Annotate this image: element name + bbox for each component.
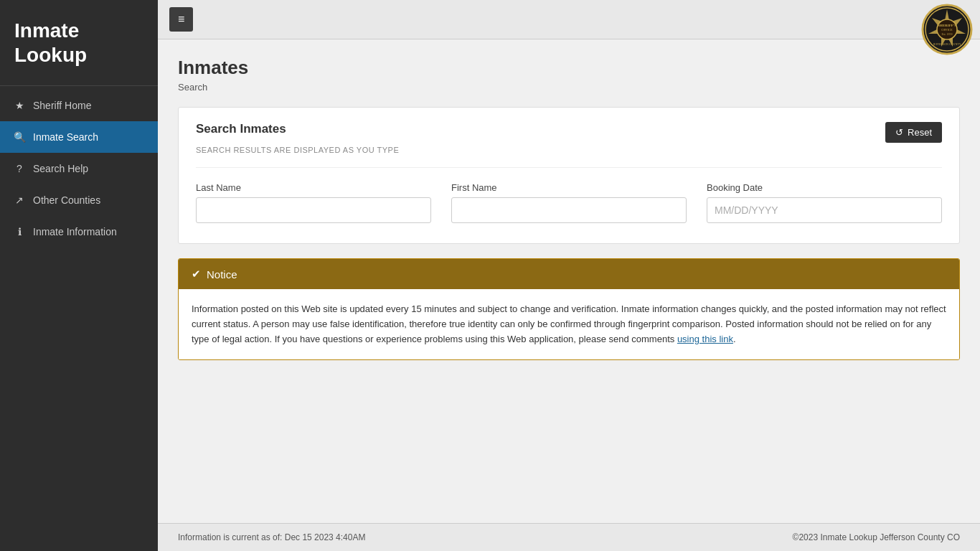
svg-text:SHERIFF'S: SHERIFF'S xyxy=(938,24,956,27)
footer-right: ©2023 Inmate Lookup Jefferson County CO xyxy=(793,532,960,542)
search-card: Search Inmates ↺ Reset SEARCH RESULTS AR… xyxy=(178,107,960,244)
booking-date-input[interactable] xyxy=(707,197,942,223)
notice-box: ✔ Notice Information posted on this Web … xyxy=(178,258,960,360)
booking-date-label: Booking Date xyxy=(707,182,942,193)
last-name-input[interactable] xyxy=(196,197,431,223)
sidebar-item-label: Search Help xyxy=(33,163,88,174)
first-name-label: First Name xyxy=(451,182,687,193)
reset-button[interactable]: ↺ Reset xyxy=(885,122,942,143)
content: Inmates Search Search Inmates ↺ Reset SE… xyxy=(158,39,980,523)
sidebar-item-inmate-information[interactable]: ℹ Inmate Information xyxy=(0,216,158,248)
topbar: ≡ SHERIFF'S OFFICE Est. 1859 JEFFERSON C… xyxy=(158,0,980,39)
question-icon: ? xyxy=(13,163,26,174)
sidebar-item-other-counties[interactable]: ↗ Other Counties xyxy=(0,184,158,216)
search-subtitle: SEARCH RESULTS ARE DISPLAYED AS YOU TYPE xyxy=(196,146,942,154)
fields-row: Last Name First Name Booking Date xyxy=(196,182,942,223)
svg-text:OFFICE: OFFICE xyxy=(941,28,953,32)
star-icon: ★ xyxy=(13,100,26,111)
hamburger-icon: ≡ xyxy=(178,13,184,25)
page-title: Inmates xyxy=(178,57,960,79)
notice-text-end: . xyxy=(733,334,736,344)
sidebar-nav: ★ Sheriff Home 🔍 Inmate Search ? Search … xyxy=(0,90,158,248)
last-name-label: Last Name xyxy=(196,182,431,193)
first-name-input[interactable] xyxy=(451,197,687,223)
footer: Information is current as of: Dec 15 202… xyxy=(158,523,980,551)
check-icon: ✔ xyxy=(192,268,201,281)
notice-body: Information posted on this Web site is u… xyxy=(179,289,959,359)
sidebar-item-label: Other Counties xyxy=(33,194,100,206)
main-area: ≡ SHERIFF'S OFFICE Est. 1859 JEFFERSON C… xyxy=(158,0,980,551)
breadcrumb: Search xyxy=(178,82,960,93)
sidebar-title: InmateLookup xyxy=(0,0,158,86)
footer-left: Information is current as of: Dec 15 202… xyxy=(178,532,365,542)
sidebar: InmateLookup ★ Sheriff Home 🔍 Inmate Sea… xyxy=(0,0,158,551)
notice-text: Information posted on this Web site is u… xyxy=(192,303,946,344)
notice-link[interactable]: using this link xyxy=(677,334,733,344)
sidebar-item-label: Inmate Search xyxy=(33,131,98,143)
info-icon: ℹ xyxy=(13,226,26,237)
svg-text:Est. 1859: Est. 1859 xyxy=(941,32,952,36)
last-name-field-group: Last Name xyxy=(196,182,431,223)
external-link-icon: ↗ xyxy=(13,194,26,206)
reset-icon: ↺ xyxy=(895,127,903,138)
sidebar-item-inmate-search[interactable]: 🔍 Inmate Search xyxy=(0,121,158,153)
divider xyxy=(196,167,942,168)
notice-header: ✔ Notice xyxy=(179,259,959,289)
search-card-header: Search Inmates ↺ Reset xyxy=(196,122,942,143)
search-icon: 🔍 xyxy=(13,131,26,143)
booking-date-field-group: Booking Date xyxy=(707,182,942,223)
sidebar-item-search-help[interactable]: ? Search Help xyxy=(0,153,158,184)
sidebar-item-sheriff-home[interactable]: ★ Sheriff Home xyxy=(0,90,158,121)
search-card-title: Search Inmates xyxy=(196,122,286,136)
reset-label: Reset xyxy=(908,127,932,138)
sidebar-item-label: Inmate Information xyxy=(33,226,117,237)
hamburger-button[interactable]: ≡ xyxy=(169,7,193,32)
first-name-field-group: First Name xyxy=(451,182,687,223)
notice-title: Notice xyxy=(207,268,237,281)
sidebar-item-label: Sheriff Home xyxy=(33,100,91,111)
